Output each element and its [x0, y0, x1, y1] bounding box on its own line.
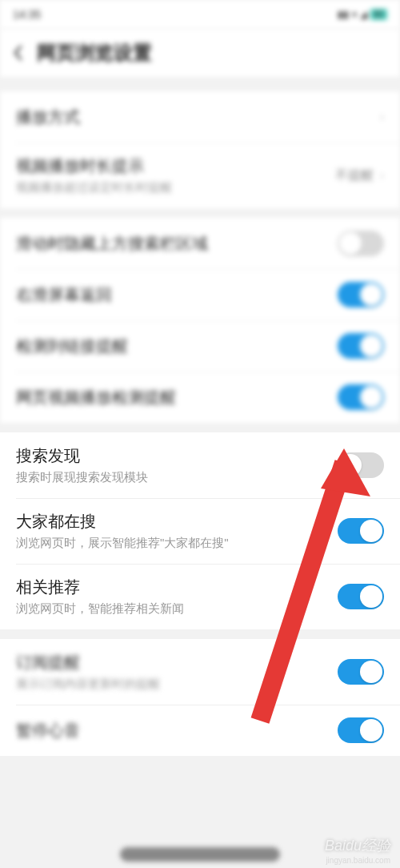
- toggle-subscribe-remind[interactable]: [338, 659, 384, 685]
- status-bar: 14:35 ▮▮▾◢ 80: [0, 0, 400, 29]
- page-header: 网页浏览设置: [0, 29, 400, 77]
- home-indicator: [120, 847, 280, 862]
- row-pause-sound[interactable]: 暂停心音: [0, 705, 400, 756]
- group-search-recommend: 搜索发现 搜索时展现搜索发现模块 大家都在搜 浏览网页时，展示智能推荐"大家都在…: [0, 432, 400, 629]
- toggle-link-detect[interactable]: [338, 333, 384, 359]
- toggle-swipe-back[interactable]: [338, 282, 384, 307]
- toggle-trending-search[interactable]: [338, 518, 384, 544]
- watermark-sub: jingyan.baidu.com: [326, 856, 390, 865]
- row-video-detect[interactable]: 网页视频播放检测提醒: [0, 372, 400, 423]
- row-hide-search-bar[interactable]: 滑动时隐藏上方搜索栏区域: [0, 218, 400, 269]
- row-link-detect[interactable]: 检测到链接提醒: [0, 320, 400, 372]
- row-play-duration[interactable]: 视频播放时长提示 视频播放超过设定时长时提醒 不提醒 ›: [0, 143, 400, 208]
- row-swipe-back[interactable]: 右滑屏幕返回: [0, 269, 400, 320]
- chevron-right-icon: ›: [380, 168, 384, 183]
- chevron-right-icon: ›: [380, 110, 384, 124]
- row-related-recommend[interactable]: 相关推荐 浏览网页时，智能推荐相关新闻: [0, 564, 400, 629]
- group-subscribe: 订阅提醒 展示订阅内容更新时的提醒 暂停心音: [0, 639, 400, 756]
- label-related-recommend: 相关推荐: [16, 577, 338, 598]
- row-search-discover[interactable]: 搜索发现 搜索时展现搜索发现模块: [0, 432, 400, 498]
- page-title: 网页浏览设置: [37, 40, 152, 66]
- label-trending-search: 大家都在搜: [16, 511, 338, 532]
- toggle-related-recommend[interactable]: [338, 584, 384, 609]
- toggle-video-detect[interactable]: [338, 384, 384, 410]
- watermark: Baidu经验: [325, 836, 390, 855]
- group-scroll: 滑动时隐藏上方搜索栏区域 右滑屏幕返回 检测到链接提醒 网页视频播放检测提醒: [0, 218, 400, 423]
- toggle-pause-sound[interactable]: [338, 717, 384, 743]
- row-play-mode[interactable]: 播放方式 ›: [0, 91, 400, 143]
- back-icon[interactable]: [13, 45, 22, 61]
- group-playback: 播放方式 › 视频播放时长提示 视频播放超过设定时长时提醒 不提醒 ›: [0, 91, 400, 208]
- label-search-discover: 搜索发现: [16, 445, 338, 467]
- toggle-hide-search-bar[interactable]: [338, 231, 384, 256]
- row-subscribe-remind[interactable]: 订阅提醒 展示订阅内容更新时的提醒: [0, 639, 400, 705]
- row-trending-search[interactable]: 大家都在搜 浏览网页时，展示智能推荐"大家都在搜": [0, 498, 400, 564]
- status-icons: ▮▮▾◢ 80: [338, 9, 387, 20]
- status-time: 14:35: [13, 8, 41, 21]
- toggle-search-discover[interactable]: [338, 452, 384, 478]
